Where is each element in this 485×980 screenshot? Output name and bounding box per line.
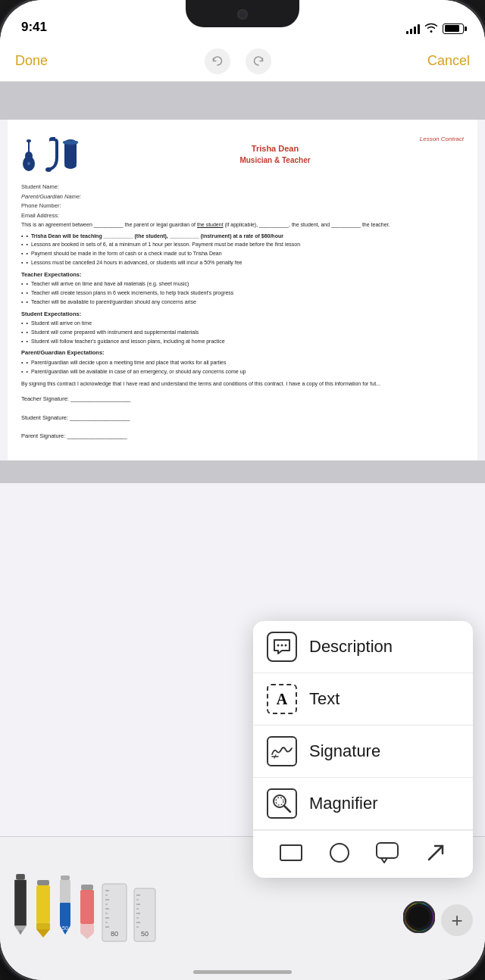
svg-point-17: [330, 844, 349, 862]
svg-marker-22: [18, 930, 23, 935]
student-signature: Student Signature: ___________________: [21, 414, 464, 423]
svg-rect-24: [36, 885, 50, 923]
eraser-tool[interactable]: [79, 874, 95, 942]
svg-marker-26: [36, 929, 50, 938]
notch: [186, 0, 299, 27]
pen-blue-tool[interactable]: 50: [58, 874, 73, 942]
svg-text:50: 50: [141, 930, 149, 938]
battery-icon: [443, 23, 464, 34]
signature-label: Signature: [309, 741, 380, 761]
svg-rect-23: [37, 880, 49, 885]
teacher-expectations-title: Teacher Expectations:: [21, 271, 464, 279]
gray-bottom-area: [0, 460, 485, 483]
popup-magnifier-item[interactable]: Magnifier: [253, 778, 473, 830]
svg-rect-27: [61, 875, 70, 880]
svg-rect-18: [377, 843, 398, 858]
description-label: Description: [309, 637, 393, 657]
ruler-tool-2[interactable]: 50: [133, 874, 156, 942]
signatures-section: Teacher Signature: ___________________ S…: [21, 395, 464, 441]
teacher-name: Trisha Dean: [86, 143, 464, 154]
agreement-text: This is an agreement between __________ …: [21, 221, 464, 229]
popup-text-item[interactable]: A Text: [253, 673, 473, 726]
student-expectations-title: Student Expectations:: [21, 311, 464, 319]
status-time: 9:41: [21, 20, 47, 35]
highlighter-yellow-tool[interactable]: [35, 874, 52, 942]
svg-point-4: [27, 162, 30, 165]
shapes-row: [253, 830, 473, 878]
phone-frame: 9:41: [0, 0, 485, 980]
teacher-bullet-2: •Teacher will create lesson plans in 6 w…: [21, 289, 464, 297]
svg-rect-19: [16, 874, 25, 880]
description-icon: [267, 632, 297, 662]
popup-signature-item[interactable]: Signature: [253, 726, 473, 778]
svg-rect-16: [280, 845, 302, 860]
doc-title: Trisha Dean Musician & Teacher: [86, 143, 464, 165]
student-bullet-1: •Student will arrive on time: [21, 320, 464, 327]
svg-rect-32: [81, 885, 93, 890]
svg-rect-2: [28, 141, 30, 156]
bullet-4: •Lessons must be cancelled 24 hours in a…: [21, 259, 464, 267]
phone-screen: 9:41: [0, 0, 485, 980]
phone-field: Phone Number:: [21, 202, 464, 211]
svg-rect-29: [60, 903, 70, 925]
email-field: Email Address:: [21, 212, 464, 220]
parent-bullet-2: •Parent/guardian will be available in ca…: [21, 368, 464, 376]
popup-description-item[interactable]: Description: [253, 621, 473, 673]
svg-marker-35: [80, 933, 94, 939]
svg-rect-28: [60, 880, 70, 903]
text-icon: A: [267, 684, 297, 714]
svg-text:80: 80: [111, 930, 118, 938]
contract-label: Lesson Contract: [420, 135, 464, 143]
gray-top-area: [0, 82, 485, 120]
parent-expectations-title: Parent/Guardian Expectations:: [21, 349, 464, 357]
student-bullet-2: •Student will come prepared with instrum…: [21, 329, 464, 336]
parent-signature: Parent Signature: ___________________: [21, 432, 464, 441]
bullet-3: •Payment should be made in the form of c…: [21, 250, 464, 257]
bullet-2: •Lessons are booked in sets of 6, at a m…: [21, 241, 464, 248]
speech-shape[interactable]: [375, 841, 399, 867]
cancel-button[interactable]: Cancel: [427, 53, 470, 69]
redo-button[interactable]: [246, 48, 271, 74]
popup-menu: Description A Text Signature: [253, 621, 473, 878]
signal-icon: [406, 23, 420, 34]
instrument-icons: [21, 135, 79, 174]
text-label: Text: [309, 689, 340, 709]
svg-point-59: [408, 907, 430, 928]
teacher-title: Musician & Teacher: [86, 155, 464, 166]
svg-point-12: [285, 644, 287, 647]
svg-text:50: 50: [62, 925, 68, 931]
arrow-shape[interactable]: [424, 841, 447, 867]
student-bullet-3: •Student will follow teacher's guidance …: [21, 338, 464, 345]
circle-shape[interactable]: [328, 841, 351, 867]
undo-button[interactable]: [205, 48, 230, 74]
parent-bullet-1: •Parent/guardian will decide upon a meet…: [21, 359, 464, 367]
home-indicator: [193, 970, 292, 974]
svg-point-3: [27, 139, 31, 142]
nav-center: [205, 48, 271, 74]
add-tool-button[interactable]: +: [441, 904, 473, 936]
svg-point-8: [64, 161, 77, 169]
svg-line-15: [284, 806, 290, 812]
svg-rect-20: [14, 880, 27, 926]
magnifier-label: Magnifier: [309, 794, 377, 813]
ruler-tool-1[interactable]: 80: [102, 874, 127, 942]
status-icons: [406, 22, 464, 35]
color-picker[interactable]: [403, 901, 435, 936]
svg-point-14: [276, 797, 283, 805]
svg-rect-25: [36, 923, 50, 929]
doc-header: Trisha Dean Musician & Teacher Lesson Co…: [21, 135, 464, 174]
signature-icon: [267, 736, 297, 766]
parent-name-field: Parent/Guardian Name:: [21, 193, 464, 201]
svg-rect-9: [63, 141, 78, 144]
student-name-field: Student Name:: [21, 183, 464, 192]
svg-point-5: [45, 167, 52, 172]
bullet-1: •Trisha Dean will be teaching __________…: [21, 233, 464, 240]
svg-point-10: [277, 644, 280, 647]
pencil-tool[interactable]: [12, 874, 29, 942]
svg-rect-33: [80, 890, 94, 924]
document-page: Trisha Dean Musician & Teacher Lesson Co…: [8, 120, 477, 460]
done-button[interactable]: Done: [15, 53, 48, 69]
svg-rect-34: [80, 924, 94, 933]
wifi-icon: [424, 22, 438, 35]
rectangle-shape[interactable]: [279, 842, 303, 866]
